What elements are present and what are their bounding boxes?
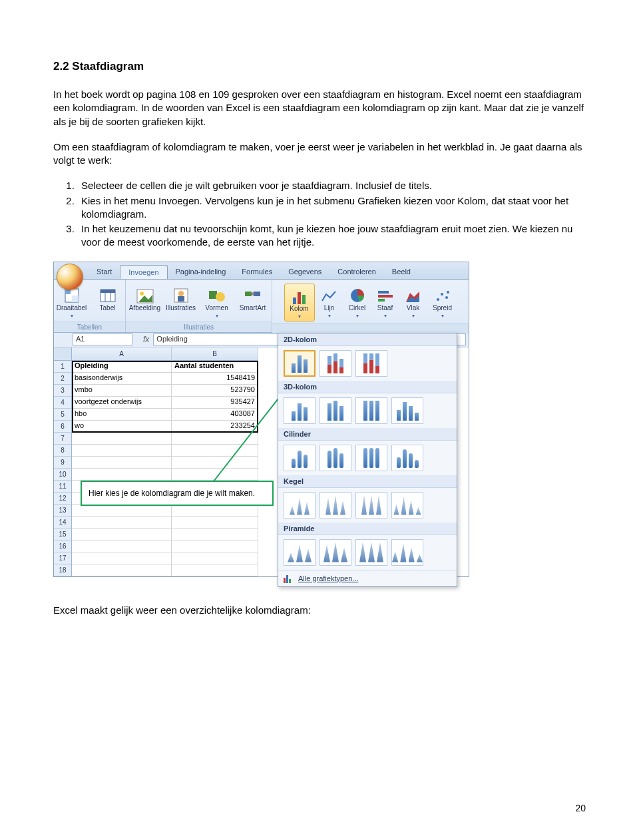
cell[interactable] [172,457,258,469]
svg-point-24 [437,298,439,301]
row-header[interactable]: 8 [54,445,71,457]
cell[interactable]: basisonderwijs [72,373,172,385]
cell[interactable] [172,505,258,517]
column-header[interactable]: B [172,347,258,361]
btn-vlak[interactable]: Vlak ▾ [400,284,427,320]
chart-thumb[interactable] [284,397,316,424]
chart-thumb-2d-100stacked[interactable] [355,350,387,377]
cell[interactable]: 233254 [172,421,258,433]
chart-thumb[interactable] [391,492,423,519]
tab-controleren[interactable]: Controleren [329,265,383,279]
cell[interactable]: wo [72,421,172,433]
btn-illustraties[interactable]: Illustraties [164,284,198,313]
row-header[interactable]: 17 [54,552,71,564]
cell[interactable]: Aantal studenten [172,361,258,373]
cell[interactable]: 1548419 [172,373,258,385]
chart-thumb[interactable] [320,539,351,566]
btn-afbeelding[interactable]: Afbeelding [128,284,162,313]
chart-thumb[interactable] [355,539,387,566]
chart-thumb[interactable] [355,492,387,519]
btn-smartart[interactable]: SmartArt [236,284,270,313]
cell[interactable] [72,564,172,576]
row-header[interactable]: 4 [54,397,71,409]
cell[interactable] [172,564,258,576]
row-header[interactable]: 10 [54,469,71,481]
row-header[interactable]: 13 [54,505,71,517]
row-header[interactable]: 9 [54,457,71,469]
office-button[interactable] [57,264,83,290]
chart-thumb[interactable] [320,397,351,424]
chart-types-icon [284,574,294,583]
scatter-chart-icon [433,285,452,304]
chart-thumb[interactable] [284,445,316,471]
chart-thumb[interactable] [284,539,316,566]
chart-thumb[interactable] [391,539,423,566]
submenu-all-types[interactable]: Alle grafiektypen... [278,570,457,586]
tab-start[interactable]: Start [89,265,120,279]
row-header[interactable]: 1 [54,361,71,373]
row-header[interactable]: 6 [54,421,71,433]
svg-rect-2 [72,296,79,302]
row-header[interactable]: 15 [54,528,71,540]
chart-thumb-2d-stacked[interactable] [320,350,351,377]
btn-tabel[interactable]: Tabel [91,284,125,313]
btn-lijn[interactable]: Lijn ▾ [316,284,343,320]
fx-icon[interactable]: fx [143,335,149,344]
row-header[interactable]: 18 [54,564,71,576]
cell[interactable] [72,469,172,481]
shapes-icon [208,285,226,304]
chart-thumb[interactable] [355,445,387,471]
cell[interactable]: 935427 [172,397,258,409]
chart-thumb[interactable] [284,492,316,519]
btn-vormen[interactable]: Vormen ▾ [200,284,234,320]
cell[interactable] [72,445,172,457]
select-all-corner[interactable] [54,347,71,361]
cell[interactable] [72,457,172,469]
chart-thumb[interactable] [355,397,387,424]
btn-staaf[interactable]: Staaf ▾ [372,284,399,320]
cell[interactable] [172,528,258,540]
cell[interactable] [172,445,258,457]
chart-thumb[interactable] [320,492,351,519]
tab-beeld[interactable]: Beeld [384,265,419,279]
chart-thumb[interactable] [320,445,351,471]
cell[interactable] [172,517,258,528]
cell[interactable] [172,540,258,552]
row-header[interactable]: 3 [54,385,71,397]
cell[interactable]: 523790 [172,385,258,397]
row-header[interactable]: 16 [54,540,71,552]
cell[interactable]: vmbo [72,385,172,397]
ribbon-group-illustraties: Afbeelding Illustraties Vormen ▾ [126,280,272,332]
tab-invoegen[interactable]: Invoegen [120,265,167,279]
paragraph-intro-2: Om een staafdiagram of kolomdiagram te m… [53,140,586,168]
cell[interactable] [72,528,172,540]
cell[interactable]: 403087 [172,409,258,421]
row-header[interactable]: 5 [54,409,71,421]
column-header[interactable]: A [72,347,172,361]
cell[interactable] [72,433,172,445]
cell[interactable] [172,552,258,564]
chart-thumb[interactable] [391,397,423,424]
cell[interactable] [72,517,172,528]
cell[interactable]: voortgezet onderwijs [72,397,172,409]
tab-pagina-indeling[interactable]: Pagina-indeling [168,265,234,279]
chart-thumb-2d-clustered[interactable] [284,350,316,377]
cell[interactable]: hbo [72,409,172,421]
btn-kolom[interactable]: Kolom ▾ [284,284,315,321]
row-header[interactable]: 12 [54,493,71,505]
chart-thumb[interactable] [391,445,423,471]
btn-spreid[interactable]: Spreid ▾ [428,284,457,320]
cell[interactable]: Opleiding [72,361,172,373]
cell[interactable] [72,505,172,517]
cell[interactable] [72,552,172,564]
btn-cirkel[interactable]: Cirkel ▾ [344,284,371,320]
row-header[interactable]: 11 [54,481,71,493]
row-header[interactable]: 14 [54,517,71,528]
name-box[interactable]: A1 [73,333,132,345]
row-header[interactable]: 7 [54,433,71,445]
pie-chart-icon [348,285,367,304]
row-header[interactable]: 2 [54,373,71,385]
tab-formules[interactable]: Formules [234,265,280,279]
tab-gegevens[interactable]: Gegevens [280,265,329,279]
cell[interactable] [72,540,172,552]
